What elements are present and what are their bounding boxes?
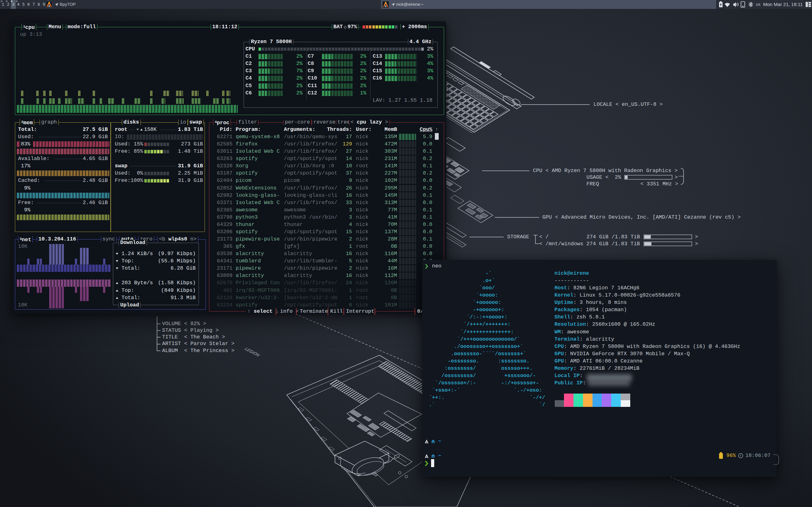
svg-text:LEGION: LEGION — [244, 347, 261, 357]
